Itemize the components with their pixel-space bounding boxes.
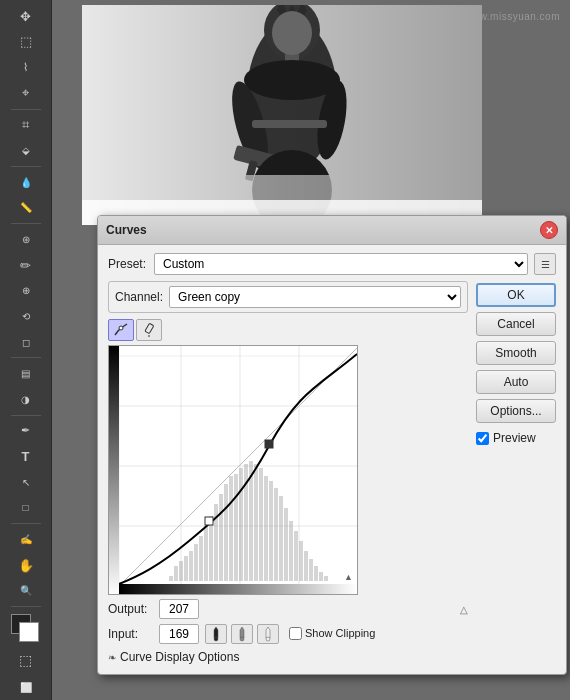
gradient-triangle: ▲ [344, 572, 353, 582]
tool-quick-select[interactable]: ⌖ [13, 81, 39, 106]
svg-rect-46 [264, 476, 268, 581]
input-eyedrop-row: Input: [108, 622, 468, 644]
svg-rect-48 [274, 488, 278, 581]
svg-rect-33 [199, 536, 203, 581]
preset-select[interactable]: Custom [154, 253, 528, 275]
svg-point-61 [214, 637, 218, 641]
options-button[interactable]: Options... [476, 399, 556, 423]
output-input[interactable] [159, 599, 199, 619]
white-eyedropper-btn[interactable] [257, 624, 279, 644]
svg-point-15 [119, 326, 123, 330]
channel-select[interactable]: Green copy RGB Red Green Blue [169, 286, 461, 308]
dialog-titlebar: Curves ✕ [98, 216, 566, 245]
tool-spot-heal[interactable]: ⊛ [13, 227, 39, 252]
svg-rect-55 [309, 559, 313, 581]
smooth-button[interactable]: Smooth [476, 341, 556, 365]
tool-path-select[interactable]: ↖ [13, 470, 39, 495]
curves-svg [109, 346, 358, 595]
preset-row: Preset: Custom ☰ [108, 253, 556, 275]
svg-rect-52 [294, 531, 298, 581]
svg-rect-56 [314, 566, 318, 581]
svg-rect-11 [252, 120, 327, 128]
black-eyedropper-btn[interactable] [205, 624, 227, 644]
svg-rect-30 [184, 556, 188, 581]
svg-rect-40 [234, 474, 238, 581]
tool-eraser[interactable]: ◻ [13, 330, 39, 355]
svg-rect-34 [204, 526, 208, 581]
channel-row: Channel: Green copy RGB Red Green Blue [108, 281, 468, 313]
curve-display-options-label: Curve Display Options [120, 650, 239, 664]
curve-display-options-row[interactable]: ❧ Curve Display Options [108, 644, 468, 666]
tool-shape[interactable]: □ [13, 496, 39, 521]
tool-pen[interactable]: ✒ [13, 419, 39, 444]
gray-eyedropper-btn[interactable] [231, 624, 253, 644]
svg-rect-38 [224, 484, 228, 581]
expand-icon: ❧ [108, 652, 116, 663]
gradient-indicator: △ [460, 604, 468, 615]
show-clipping-checkbox[interactable] [289, 627, 302, 640]
curves-right: OK Cancel Smooth Auto Options... Preview [476, 281, 556, 666]
curves-left: Channel: Green copy RGB Red Green Blue [108, 281, 468, 666]
svg-rect-57 [319, 572, 323, 581]
tool-crop[interactable]: ⌗ [13, 113, 39, 138]
output-gradient [109, 346, 119, 595]
tool-slice[interactable]: ⬙ [13, 138, 39, 163]
svg-rect-60 [265, 440, 273, 448]
photo-image [82, 5, 482, 225]
output-label: Output: [108, 602, 153, 616]
show-clipping-text: Show Clipping [305, 627, 375, 639]
svg-rect-27 [169, 576, 173, 581]
curve-pencil-tool[interactable] [136, 319, 162, 341]
tool-divider-5 [11, 415, 41, 416]
ok-button[interactable]: OK [476, 283, 556, 307]
svg-rect-49 [279, 496, 283, 581]
svg-rect-29 [179, 561, 183, 581]
quick-mask-btn[interactable]: ⬚ [13, 648, 39, 673]
tool-stamp[interactable]: ⊕ [13, 278, 39, 303]
tool-hand[interactable]: ✋ [13, 553, 39, 578]
tool-lasso[interactable]: ⌇ [13, 55, 39, 80]
svg-point-62 [240, 637, 244, 641]
background-color[interactable] [19, 622, 39, 642]
tool-divider-4 [11, 357, 41, 358]
input-row: Input: [108, 624, 199, 644]
close-button[interactable]: ✕ [540, 221, 558, 239]
curve-point-tool[interactable] [108, 319, 134, 341]
tool-type[interactable]: T [13, 444, 39, 469]
tool-dodge[interactable]: ◑ [13, 387, 39, 412]
tool-divider-6 [11, 523, 41, 524]
eyedropper-row [205, 624, 279, 644]
svg-rect-53 [299, 541, 303, 581]
tool-ruler[interactable]: 📏 [13, 196, 39, 221]
input-label: Input: [108, 627, 153, 641]
tool-divider-2 [11, 166, 41, 167]
svg-rect-44 [254, 464, 258, 581]
preset-menu-btn[interactable]: ☰ [534, 253, 556, 275]
cancel-button[interactable]: Cancel [476, 312, 556, 336]
dialog-main: Channel: Green copy RGB Red Green Blue [108, 281, 556, 666]
tool-notes[interactable]: ✍ [13, 527, 39, 552]
tool-move[interactable]: ✥ [13, 4, 39, 29]
tool-divider-1 [11, 109, 41, 110]
tool-marquee-rect[interactable]: ⬚ [13, 30, 39, 55]
input-field[interactable] [159, 624, 199, 644]
photo-canvas [82, 5, 482, 225]
svg-rect-47 [269, 481, 273, 581]
tool-gradient[interactable]: ▤ [13, 361, 39, 386]
svg-rect-58 [324, 576, 328, 581]
auto-button[interactable]: Auto [476, 370, 556, 394]
svg-rect-50 [284, 508, 288, 581]
curves-dialog: Curves ✕ Preset: Custom ☰ Channel: [97, 215, 567, 675]
tool-zoom[interactable]: 🔍 [13, 579, 39, 604]
show-clipping-label[interactable]: Show Clipping [289, 627, 375, 640]
curves-graph[interactable]: ▲ [108, 345, 358, 595]
tool-brush[interactable]: ✏ [13, 253, 39, 278]
dialog-title: Curves [106, 223, 147, 237]
tool-eyedropper[interactable]: 💧 [13, 170, 39, 195]
svg-rect-32 [194, 544, 198, 581]
svg-point-12 [272, 11, 312, 55]
svg-rect-39 [229, 476, 233, 581]
screen-mode-btn[interactable]: ⬜ [13, 675, 39, 700]
tool-history[interactable]: ⟲ [13, 304, 39, 329]
preview-checkbox[interactable] [476, 432, 489, 445]
